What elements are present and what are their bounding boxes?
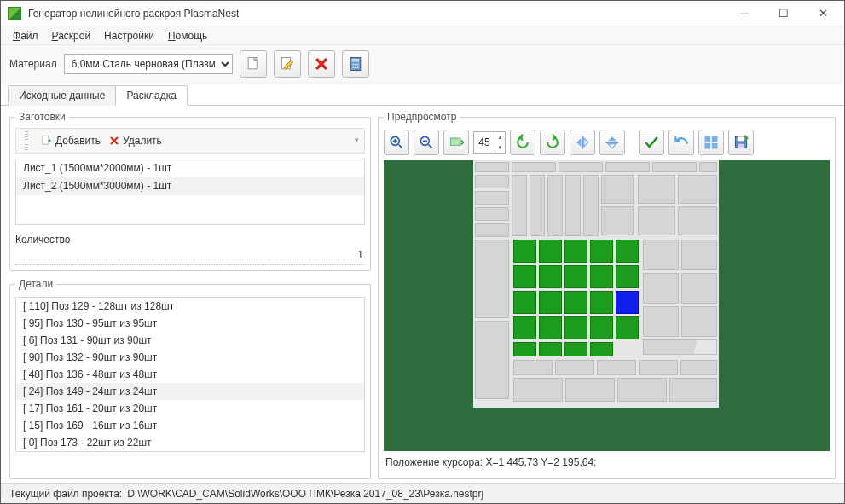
list-item[interactable]: [ 17] Поз 161 - 20шт из 20шт bbox=[16, 400, 364, 417]
tab-source-data[interactable]: Исходные данные bbox=[8, 85, 116, 106]
nested-part bbox=[539, 291, 562, 314]
nested-part-selected bbox=[616, 291, 639, 314]
details-legend: Детали bbox=[15, 278, 56, 290]
rotate-ccw-button[interactable] bbox=[510, 130, 535, 155]
nested-part bbox=[605, 162, 650, 172]
list-item[interactable]: [ 95] Поз 130 - 95шт из 95шт bbox=[16, 315, 364, 332]
close-button[interactable]: ✕ bbox=[803, 1, 842, 26]
svg-rect-15 bbox=[705, 136, 711, 142]
list-item[interactable]: [ 24] Поз 149 - 24шт из 24шт bbox=[16, 383, 364, 400]
svg-rect-18 bbox=[712, 143, 718, 149]
menu-bar: Файл Раскрой Настройки Помощь bbox=[1, 26, 844, 45]
list-item[interactable]: [ 48] Поз 136 - 48шт из 48шт bbox=[16, 366, 364, 383]
menu-cut[interactable]: Раскрой bbox=[47, 28, 96, 43]
nested-part bbox=[555, 360, 594, 375]
nested-part bbox=[643, 273, 679, 304]
spin-up-icon[interactable]: ▲ bbox=[495, 132, 505, 142]
nested-part bbox=[539, 316, 562, 339]
add-blank-button[interactable]: Добавить bbox=[40, 135, 101, 147]
app-icon bbox=[8, 7, 21, 20]
preview-group: Предпросмотр ▲▼ bbox=[378, 111, 836, 479]
save-button[interactable] bbox=[728, 130, 754, 155]
flip-horizontal-button[interactable] bbox=[570, 130, 595, 155]
calc-button[interactable] bbox=[342, 50, 369, 78]
status-bar: Текущий файл проекта: D:\WORK\CAD_CAM\So… bbox=[1, 483, 844, 503]
blanks-list[interactable]: Лист_1 (1500мм*2000мм) - 1шт Лист_2 (150… bbox=[15, 159, 365, 225]
new-doc-button[interactable] bbox=[240, 50, 267, 78]
nested-part bbox=[513, 240, 536, 263]
nested-part bbox=[681, 240, 717, 270]
zoom-in-button[interactable] bbox=[384, 130, 409, 155]
minimize-button[interactable]: ─ bbox=[725, 1, 764, 26]
preview-legend: Предпросмотр bbox=[384, 111, 460, 123]
nested-part bbox=[513, 291, 536, 314]
quantity-input[interactable] bbox=[15, 246, 365, 265]
nested-part bbox=[539, 265, 562, 288]
preview-toolbar: ▲▼ bbox=[384, 128, 830, 160]
edit-doc-button[interactable] bbox=[274, 50, 301, 78]
list-item[interactable]: Лист_1 (1500мм*2000мм) - 1шт bbox=[16, 159, 364, 177]
nested-part bbox=[475, 175, 509, 188]
nested-part bbox=[513, 316, 536, 339]
nested-part bbox=[597, 360, 636, 375]
list-item[interactable]: [ 90] Поз 132 - 90шт из 90шт bbox=[16, 349, 364, 366]
details-list[interactable]: [ 110] Поз 129 - 128шт из 128шт [ 95] По… bbox=[15, 297, 365, 452]
grid-button[interactable] bbox=[698, 130, 724, 155]
zoom-fit-button[interactable] bbox=[443, 130, 469, 155]
nested-part bbox=[475, 191, 509, 205]
tab-layout[interactable]: Раскладка bbox=[115, 85, 188, 106]
menu-file[interactable]: Файл bbox=[8, 28, 43, 43]
nested-part bbox=[590, 240, 613, 263]
material-select[interactable]: 6,0мм Сталь черновая (Плазма) bbox=[64, 54, 233, 74]
main-window: Генератор нелинейного раскроя PlasmaNest… bbox=[0, 0, 845, 504]
blanks-toolbar: Добавить Удалить ▾ bbox=[15, 128, 365, 154]
list-item[interactable]: [ 0] Поз 173 - 22шт из 22шт bbox=[16, 434, 364, 451]
nested-part bbox=[643, 339, 717, 355]
svg-rect-21 bbox=[738, 144, 744, 148]
svg-point-9 bbox=[355, 67, 356, 68]
menu-help[interactable]: Помощь bbox=[163, 28, 212, 43]
menu-cut-label: аскрой bbox=[58, 30, 90, 42]
nested-part bbox=[699, 162, 717, 172]
delete-button[interactable] bbox=[308, 50, 335, 78]
list-item[interactable]: Лист_2 (1500мм*3000мм) - 1шт bbox=[16, 177, 364, 195]
accept-button[interactable] bbox=[639, 130, 664, 155]
list-item[interactable]: [ 110] Поз 129 - 128шт из 128шт bbox=[16, 298, 364, 315]
nested-part bbox=[616, 316, 639, 339]
nested-part bbox=[680, 360, 717, 375]
svg-rect-17 bbox=[705, 143, 711, 149]
nested-part bbox=[564, 240, 587, 263]
nested-part bbox=[601, 175, 634, 204]
blanks-legend: Заготовки bbox=[15, 111, 69, 123]
nested-part bbox=[513, 378, 563, 402]
quantity-field: Количество bbox=[15, 234, 365, 265]
flip-vertical-button[interactable] bbox=[599, 130, 625, 155]
list-item[interactable]: [ 15] Поз 169 - 16шт из 16шт bbox=[16, 417, 364, 434]
nesting-canvas[interactable]: /* decorative shapes drawn below via sta… bbox=[384, 160, 830, 451]
spin-down-icon[interactable]: ▼ bbox=[495, 142, 505, 153]
nested-part bbox=[475, 162, 509, 172]
delete-blank-button[interactable]: Удалить bbox=[109, 135, 162, 147]
nested-part bbox=[590, 342, 613, 356]
toolbar-overflow-icon[interactable]: ▾ bbox=[355, 136, 359, 144]
nested-part bbox=[681, 306, 717, 337]
nested-part bbox=[616, 240, 639, 263]
zoom-out-button[interactable] bbox=[414, 130, 439, 155]
status-label: Текущий файл проекта: bbox=[9, 488, 122, 500]
zoom-value-input[interactable] bbox=[474, 136, 495, 148]
rotate-cw-button[interactable] bbox=[540, 130, 565, 155]
window-title: Генератор нелинейного раскроя PlasmaNest bbox=[26, 8, 725, 20]
maximize-button[interactable]: ☐ bbox=[764, 1, 803, 26]
undo-button[interactable] bbox=[668, 130, 694, 155]
zoom-spinner[interactable]: ▲▼ bbox=[473, 131, 506, 154]
nested-part bbox=[669, 378, 717, 402]
list-item[interactable]: [ 6] Поз 131 - 90шт из 90шт bbox=[16, 332, 364, 349]
nested-part bbox=[638, 175, 675, 204]
status-path: D:\WORK\CAD_CAM\SolidWorks\ООО ПМК\Резка… bbox=[127, 488, 483, 500]
svg-point-7 bbox=[356, 64, 358, 66]
tab-strip: Исходные данные Раскладка bbox=[1, 84, 844, 106]
nested-part bbox=[643, 306, 679, 337]
menu-settings[interactable]: Настройки bbox=[99, 28, 159, 43]
nested-part bbox=[564, 265, 587, 288]
title-bar: Генератор нелинейного раскроя PlasmaNest… bbox=[1, 1, 844, 26]
